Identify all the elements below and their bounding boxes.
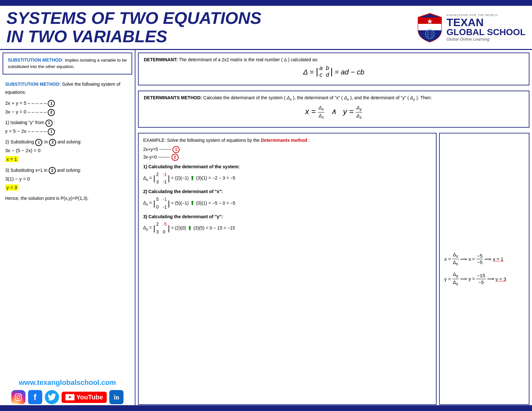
footer-section: www.texanglobalschool.com f YouTube (0, 376, 135, 407)
subst-def-title: SUBSTITUTION METHOD: (8, 57, 64, 63)
eq1-text: 2x + y = 5 – – – – – (5, 100, 46, 106)
step2-result: x = 1 (5, 155, 130, 163)
school-name: KNOWLEDGE FOR THE WORLD TEXAN GLOBAL SCH… (447, 14, 526, 42)
svg-point-10 (17, 396, 20, 399)
y-result: y = 3 (5, 184, 18, 191)
det-formula: Δ = | a b c d | = ad − cb (144, 62, 524, 81)
tagline: Global Online Learning (447, 37, 526, 42)
twitter-icon[interactable] (45, 390, 59, 404)
step2-eq: 3x − (5 − 2x) = 0 (5, 146, 130, 155)
step1-result-line: y = 5 − 2x – – – – – 1′ (5, 127, 130, 135)
determinant-def-box: DETERMINANT: The determinant of a 2x2 ma… (138, 53, 529, 85)
school-shield (417, 12, 443, 43)
right-column: DETERMINANT: The determinant of a 2x2 ma… (135, 50, 532, 407)
determinants-formula: x = Δx Δs ∧ y = Δy Δs (144, 101, 524, 123)
ex-eq2-line: 3x-y=0 -------- 2 (143, 153, 431, 161)
matrix-display: | a b c d | (316, 65, 333, 78)
step2-circle1: 1 (35, 139, 42, 146)
linkedin-icon[interactable]: in (109, 390, 123, 404)
eq2-circle: 2 (48, 109, 55, 116)
main-content: SUBSTITUTION METHOD: Implies isolating a… (0, 50, 532, 407)
step2-calc-title: 2) Calculating the determinant of "x": (143, 188, 431, 196)
result-box: x = Δx Δs ⟹ x = −5 −5 ⟹ x = 1 y = (439, 133, 529, 405)
equation-1-line: 2x + y = 5 – – – – – 1 (5, 99, 130, 107)
x-final: x = 1 (493, 256, 503, 262)
global-school-label: GLOBAL SCHOOL (447, 28, 526, 37)
facebook-icon[interactable]: f (28, 390, 42, 404)
x-result: x = 1 (5, 156, 18, 162)
instagram-icon[interactable] (11, 390, 25, 404)
det-def-title: DETERMINANT: (144, 57, 178, 62)
youtube-label: YouTube (76, 394, 103, 401)
subst-ex-title: SUBSTITUTION METHOD: (5, 82, 61, 87)
x-frac: Δx Δs (318, 104, 324, 120)
y-frac: Δy Δs (356, 104, 362, 120)
substitution-def-box: SUBSTITUTION METHOD: Implies isolating a… (3, 53, 132, 74)
ex-eq1-circle: 1 (172, 146, 180, 153)
subst-ex-header: SUBSTITUTION METHOD: Solve the following… (5, 80, 130, 96)
eq1-circle: 1 (48, 100, 55, 107)
y-result-line: y = Δy Δs ⟹ y = −15 −5 ⟹ y = 3 (444, 271, 524, 287)
det-method-text: DETERMINANTS METHOD: Calculate the deter… (144, 95, 524, 101)
main-title: SYSTEMS OF TWO EQUATIONS IN TWO VARIABLE… (6, 9, 410, 46)
header: SYSTEMS OF TWO EQUATIONS IN TWO VARIABLE… (0, 6, 532, 50)
step1-calc: Δs = | 2-1 3-1 | = (2)(−1) ⬆ (3)(1) = −2… (143, 171, 431, 186)
step3-header: 3) Substituting x=1 in 2 and solving: (5, 166, 130, 174)
example-box: EXAMPLE: Solve the following system of e… (138, 133, 437, 405)
step3-circle2: 2 (49, 167, 56, 174)
logo-area: KNOWLEDGE FOR THE WORLD TEXAN GLOBAL SCH… (417, 12, 526, 43)
determinants-method-box: DETERMINANTS METHOD: Calculate the deter… (138, 91, 529, 128)
top-bar (0, 0, 532, 6)
ex-eq1-line: 2x+y=5 -------- 1 (143, 146, 431, 153)
eq2-text: 3x − y = 0 – – – – – (5, 109, 46, 114)
step1-circle-ref: 1 (45, 120, 53, 127)
example-section: EXAMPLE: Solve the following system of e… (138, 133, 529, 405)
step3-calc: Δy = | 2-5 30 | = (2)(0) ⬆ (3)(5) = 0 − … (143, 220, 431, 236)
x-result-line: x = Δx Δs ⟹ x = −5 −5 ⟹ x = 1 (444, 251, 524, 267)
svg-rect-1 (418, 24, 441, 30)
step3-eq: 3(1) − y = 0 (5, 174, 130, 183)
step2-circle2: 2 (49, 139, 56, 146)
step3-calc-title: 3) Calculating the determinant of "y": (143, 213, 431, 221)
example-intro: EXAMPLE: Solve the following system of e… (143, 137, 431, 144)
step1-header: 1) Isolating "y" from 1 : (5, 119, 130, 127)
svg-point-11 (20, 395, 21, 396)
left-column: SUBSTITUTION METHOD: Implies isolating a… (0, 50, 135, 407)
social-icons: f YouTube in (0, 388, 135, 407)
substitution-example: SUBSTITUTION METHOD: Solve the following… (0, 77, 135, 206)
step3-result: y = 3 (5, 183, 130, 192)
step1-calc-title: 1) Calculating the determinant of the sy… (143, 163, 431, 171)
det-def-text: DETERMINANT: The determinant of a 2x2 ma… (144, 57, 524, 62)
equation-2-line: 3x − y = 0 – – – – – 2 (5, 107, 130, 116)
y-final: y = 3 (496, 276, 506, 282)
youtube-icon[interactable]: YouTube (62, 392, 107, 403)
step2-calc: Δx = | 5-1 0-1 | = (5)(−1) ⬆ (0)(1) = −5… (143, 196, 431, 211)
step2-header: 2) Substituting 1′ in 2 and solving: (5, 138, 130, 146)
conclusion: Hence, the solution point is P(x,y)=P(1,… (5, 194, 130, 202)
step1-result-circle: 1 (48, 128, 55, 135)
website-link[interactable]: www.texanglobalschool.com (0, 376, 135, 388)
texan-label: TEXAN (447, 17, 526, 28)
method-name: Determinants method (261, 138, 307, 143)
bottom-bar (0, 405, 532, 411)
ex-eq2-circle: 2 (172, 154, 179, 161)
delta-symbol: Δ (284, 57, 287, 62)
